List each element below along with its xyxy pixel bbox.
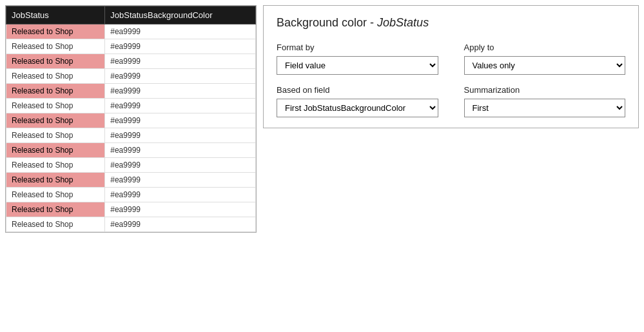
color-cell: #ea9999 [105, 39, 256, 54]
status-cell: Released to Shop [6, 69, 105, 84]
table-row: Released to Shop#ea9999 [6, 128, 256, 143]
color-cell: #ea9999 [105, 113, 256, 128]
table-row: Released to Shop#ea9999 [6, 99, 256, 113]
col1-header: JobStatus [6, 6, 105, 24]
based-on-select[interactable]: First JobStatusBackgroundColorLast JobSt… [277, 99, 438, 117]
summarization-select[interactable]: FirstLastAverageCount [464, 99, 626, 117]
status-cell: Released to Shop [6, 113, 105, 128]
table-row: Released to Shop#ea9999 [6, 84, 256, 99]
table-row: Released to Shop#ea9999 [6, 188, 256, 202]
config-rows: Format by Field valueRulesGradient Apply… [277, 43, 625, 117]
config-row-top: Format by Field valueRulesGradient Apply… [277, 43, 625, 75]
color-cell: #ea9999 [105, 143, 256, 158]
table-row: Released to Shop#ea9999 [6, 143, 256, 158]
status-cell: Released to Shop [6, 143, 105, 158]
color-cell: #ea9999 [105, 84, 256, 99]
status-cell: Released to Shop [6, 84, 105, 99]
table-row: Released to Shop#ea9999 [6, 54, 256, 69]
table-row: Released to Shop#ea9999 [6, 24, 256, 39]
table-panel: JobStatus JobStatusBackgroundColor Relea… [5, 5, 257, 233]
table-row: Released to Shop#ea9999 [6, 202, 256, 217]
table-row: Released to Shop#ea9999 [6, 39, 256, 54]
format-by-field: Format by Field valueRulesGradient [277, 43, 438, 75]
color-cell: #ea9999 [105, 188, 256, 202]
config-panel: Background color - JobStatus Format by F… [263, 5, 639, 128]
based-on-label: Based on field [277, 85, 438, 95]
color-cell: #ea9999 [105, 217, 256, 232]
apply-to-field: Apply to Values onlyBackgroundEntire row [464, 43, 626, 75]
color-cell: #ea9999 [105, 99, 256, 113]
status-cell: Released to Shop [6, 54, 105, 69]
config-title: Background color - JobStatus [277, 16, 625, 30]
color-cell: #ea9999 [105, 24, 256, 39]
summarization-field: Summarization FirstLastAverageCount [464, 85, 626, 117]
table-row: Released to Shop#ea9999 [6, 113, 256, 128]
summarization-label: Summarization [464, 85, 626, 95]
config-title-field: JobStatus [377, 16, 429, 29]
table-row: Released to Shop#ea9999 [6, 158, 256, 173]
color-cell: #ea9999 [105, 128, 256, 143]
col2-header: JobStatusBackgroundColor [105, 6, 256, 24]
status-cell: Released to Shop [6, 173, 105, 188]
color-cell: #ea9999 [105, 69, 256, 84]
apply-to-label: Apply to [464, 43, 626, 52]
based-on-field: Based on field First JobStatusBackground… [277, 85, 438, 117]
status-cell: Released to Shop [6, 202, 105, 217]
color-cell: #ea9999 [105, 173, 256, 188]
status-cell: Released to Shop [6, 158, 105, 173]
apply-to-select[interactable]: Values onlyBackgroundEntire row [464, 56, 626, 75]
status-cell: Released to Shop [6, 99, 105, 113]
config-row-bottom: Based on field First JobStatusBackground… [277, 85, 625, 117]
status-cell: Released to Shop [6, 217, 105, 232]
table-row: Released to Shop#ea9999 [6, 217, 256, 232]
table-row: Released to Shop#ea9999 [6, 69, 256, 84]
color-cell: #ea9999 [105, 54, 256, 69]
table-row: Released to Shop#ea9999 [6, 173, 256, 188]
status-cell: Released to Shop [6, 188, 105, 202]
format-by-label: Format by [277, 43, 438, 52]
data-table: JobStatus JobStatusBackgroundColor Relea… [6, 6, 256, 232]
status-cell: Released to Shop [6, 128, 105, 143]
color-cell: #ea9999 [105, 158, 256, 173]
status-cell: Released to Shop [6, 39, 105, 54]
format-by-select[interactable]: Field valueRulesGradient [277, 56, 438, 75]
color-cell: #ea9999 [105, 202, 256, 217]
status-cell: Released to Shop [6, 24, 105, 39]
